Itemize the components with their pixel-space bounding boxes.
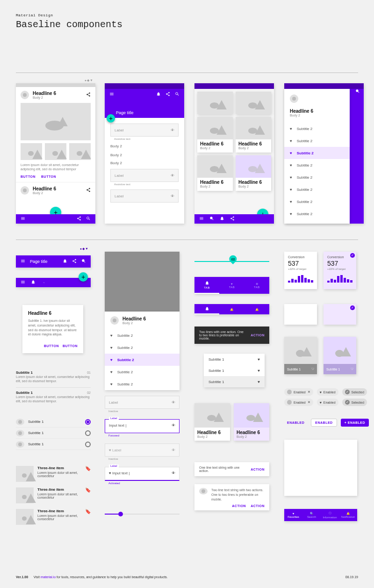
share-icon[interactable]: [86, 188, 91, 193]
bell-icon[interactable]: [63, 259, 67, 264]
bookmark-icon[interactable]: 🔖: [85, 509, 91, 514]
list-item[interactable]: Three-line itemLorem ipsum dolor sit ame…: [16, 463, 91, 485]
slider-tooltip[interactable]: 60: [194, 261, 269, 262]
slider[interactable]: [105, 514, 180, 515]
search-icon[interactable]: [209, 216, 214, 222]
mini-card[interactable]: Headline 6Body 2: [194, 403, 230, 441]
share-icon[interactable]: [41, 280, 46, 285]
chip-selected[interactable]: ✓Selected: [342, 399, 367, 406]
chip-selected[interactable]: ✓Selected: [342, 388, 367, 396]
search-icon[interactable]: [175, 92, 180, 97]
search-icon[interactable]: [81, 259, 86, 264]
search-icon[interactable]: [355, 89, 360, 94]
mini-card-selected[interactable]: ✓ Headline 6Body 2: [234, 403, 269, 441]
bottom-nav-item[interactable]: ⓘInformation: [321, 509, 339, 521]
tab[interactable]: 🔔: [219, 304, 244, 314]
stat-card[interactable]: Conversion537+22% of target: [284, 252, 317, 289]
text-field-icon[interactable]: ♥ Label👁: [105, 443, 180, 457]
text-field-activated[interactable]: Label♥ Input text |👁: [105, 467, 180, 481]
slider-thumb[interactable]: [118, 512, 123, 516]
menu-icon[interactable]: [109, 92, 114, 97]
text-field[interactable]: Label👁: [110, 189, 179, 203]
sheet-item[interactable]: ♥Subtitle 2: [105, 366, 180, 378]
bottom-nav-item[interactable]: ♥Favorites: [284, 509, 302, 521]
banner-action[interactable]: ACTION: [232, 504, 246, 508]
radio-on-icon[interactable]: [85, 419, 91, 425]
eye-icon[interactable]: 👁: [172, 423, 175, 428]
chip[interactable]: ♥Enabled: [317, 388, 338, 396]
eye-icon[interactable]: 👁: [171, 174, 174, 178]
list-item[interactable]: Three-line itemLorem ipsum dolor sit ame…: [16, 506, 91, 528]
text-field[interactable]: Label👁: [110, 123, 179, 137]
search-icon[interactable]: [86, 216, 91, 222]
tab[interactable]: ♥TAB: [219, 277, 244, 294]
chip[interactable]: Enabled✕: [284, 388, 313, 396]
heart-icon[interactable]: ♡: [351, 367, 353, 371]
nav-item[interactable]: ♥Subtitle 2: [284, 135, 350, 147]
tab[interactable]: TAB: [194, 277, 219, 294]
bookmark-icon[interactable]: 🔖: [85, 487, 91, 493]
grid-card[interactable]: Headline 6Body 2: [197, 155, 233, 191]
snackbar-action[interactable]: ACTION: [251, 334, 265, 337]
footer-link[interactable]: material.io: [41, 575, 56, 579]
eye-icon[interactable]: 👁: [171, 128, 174, 132]
menu-icon[interactable]: [21, 280, 25, 285]
radio-row[interactable]: Subtitle 1: [16, 439, 91, 450]
radio-off-icon[interactable]: [85, 442, 91, 447]
text-field-filled[interactable]: Label👁: [105, 396, 180, 409]
nav-item[interactable]: ♥Subtitle 2: [284, 171, 350, 183]
list-item[interactable]: Three-line itemLorem ipsum dolor sit ame…: [16, 485, 91, 506]
fab-add[interactable]: +: [79, 272, 88, 282]
nav-item[interactable]: ♥Subtitle 2: [284, 159, 350, 171]
chip[interactable]: ♥Enabled: [317, 399, 338, 406]
bottom-nav-item[interactable]: 🔔Notification: [339, 509, 357, 521]
nav-item[interactable]: ♥Subtitle 2: [284, 123, 350, 135]
fab-add[interactable]: +: [107, 114, 115, 123]
radio-off-icon[interactable]: [85, 430, 91, 436]
stat-card-selected[interactable]: ✓ Conversion537+22% of target: [324, 252, 356, 289]
text-field[interactable]: Label👁: [110, 169, 179, 182]
chip[interactable]: Enabled✕: [284, 399, 313, 406]
bell-icon[interactable]: [220, 216, 224, 222]
menu-item[interactable]: Subtitle 1♥: [204, 365, 265, 376]
menu-icon[interactable]: [21, 259, 25, 264]
bell-icon[interactable]: [31, 280, 36, 285]
share-icon[interactable]: [86, 92, 91, 98]
text-button[interactable]: ENABLED: [284, 419, 307, 426]
nav-item[interactable]: ♥Subtitle 2: [284, 183, 350, 196]
image-tile-selected[interactable]: ✓Subtitle 1♡: [324, 337, 356, 374]
image-tile[interactable]: Subtitle 1♡: [284, 337, 317, 374]
eye-icon[interactable]: 👁: [172, 400, 175, 405]
grid-card[interactable]: [236, 92, 271, 114]
close-icon[interactable]: ✕: [308, 400, 310, 404]
menu-icon[interactable]: [199, 216, 204, 222]
nav-item[interactable]: ♥Subtitle 2: [284, 208, 350, 220]
grid-card-selected[interactable]: ✓Headline 6Body 2: [236, 155, 271, 191]
text-button[interactable]: BUTTON: [44, 344, 59, 348]
eye-icon[interactable]: 👁: [171, 194, 174, 198]
nav-item-selected[interactable]: ♥Subtitle 2: [284, 147, 350, 159]
text-button[interactable]: BUTTON: [63, 344, 78, 348]
sheet-item[interactable]: ♥Subtitle 2: [105, 329, 180, 341]
tab[interactable]: 🔔: [245, 304, 269, 314]
bell-icon[interactable]: [156, 92, 161, 97]
grid-card[interactable]: [197, 92, 233, 114]
sheet-item[interactable]: ♥Subtitle 2: [105, 341, 180, 354]
share-icon[interactable]: [165, 92, 170, 97]
bookmark-icon[interactable]: 🔖: [85, 466, 91, 471]
sheet-item-selected[interactable]: ♥Subtitle 2: [105, 354, 180, 366]
filled-button[interactable]: + ENABLED: [341, 419, 369, 427]
bottom-nav-item[interactable]: 🔍Search: [302, 509, 321, 521]
nav-item[interactable]: ♥Subtitle 2: [284, 196, 350, 208]
menu-item[interactable]: Subtitle 1♥: [204, 354, 265, 365]
blank-card-selected[interactable]: ✓: [324, 304, 356, 325]
text-button[interactable]: BUTTON: [41, 175, 56, 178]
text-button[interactable]: BUTTON: [21, 175, 36, 178]
snackbar-action[interactable]: ACTION: [251, 468, 265, 471]
outlined-button[interactable]: ENABLED: [311, 419, 337, 427]
grid-card[interactable]: Headline 6Body 2: [197, 117, 233, 152]
radio-row[interactable]: Subtitle 1: [16, 416, 91, 428]
heart-icon[interactable]: ♡: [311, 367, 314, 371]
tab[interactable]: [194, 304, 219, 314]
close-icon[interactable]: ✕: [308, 390, 310, 394]
